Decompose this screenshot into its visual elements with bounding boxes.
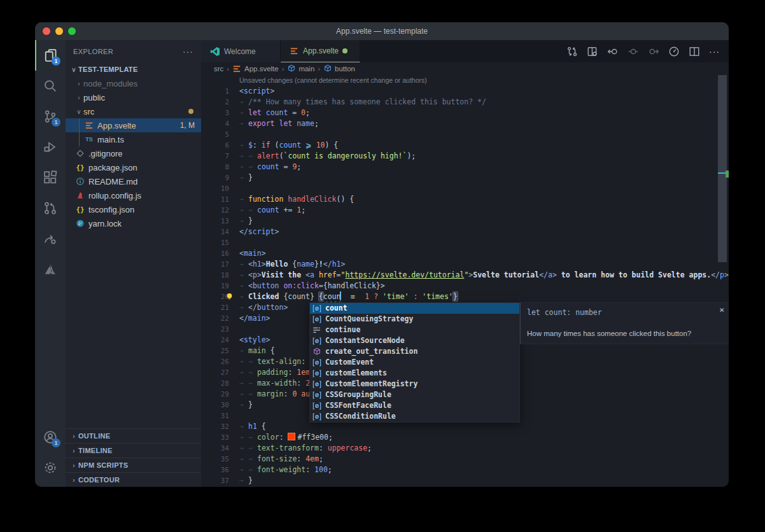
activitybar-settings[interactable] bbox=[35, 452, 66, 483]
tree-item--gitignore[interactable]: .gitignore bbox=[66, 146, 201, 160]
suggestion-create_out_transition[interactable]: create_out_transition bbox=[310, 346, 519, 357]
line-number: 32 bbox=[201, 421, 239, 432]
tree-item-readme-md[interactable]: README.md bbox=[66, 174, 201, 188]
activitybar-github-pr[interactable] bbox=[35, 193, 66, 223]
token bbox=[314, 270, 319, 279]
code-line[interactable]: 16<main> bbox=[201, 248, 729, 259]
code-line[interactable]: 1<script> bbox=[201, 86, 729, 97]
code-line[interactable]: 35→→font-size: 4em; bbox=[201, 454, 729, 465]
line-number: 6 bbox=[201, 140, 239, 151]
code-line[interactable]: 5 bbox=[201, 129, 729, 140]
code-line[interactable]: 14</script> bbox=[201, 227, 729, 237]
title-bar[interactable]: App.svelte — test-template bbox=[35, 22, 729, 40]
suggestion-customelements[interactable]: customElements bbox=[310, 368, 519, 379]
close-icon[interactable]: × bbox=[719, 304, 724, 315]
token: </ bbox=[539, 270, 548, 279]
breadcrumb-item-button[interactable]: button bbox=[323, 64, 355, 73]
tree-item-main-ts[interactable]: TSmain.ts bbox=[66, 132, 201, 146]
code-line[interactable]: 4→export let name; bbox=[201, 118, 729, 129]
tree-item-src[interactable]: ∨src bbox=[66, 104, 201, 118]
code-line[interactable]: 19→<button on:click={handleClick}> bbox=[201, 281, 729, 291]
token: coun bbox=[323, 292, 341, 301]
tree-item-node-modules[interactable]: ›node_modules bbox=[66, 76, 201, 90]
activitybar-search[interactable] bbox=[35, 71, 66, 101]
suggestion-customelementregistry[interactable]: CustomElementRegistry bbox=[310, 379, 519, 389]
compare-changes-icon[interactable] bbox=[566, 46, 578, 57]
tree-item-rollup-config-js[interactable]: rollup.config.js bbox=[66, 188, 201, 202]
activitybar-extensions[interactable] bbox=[35, 162, 66, 193]
code-line[interactable]: 18→<p>Visit the <a href="https://svelte.… bbox=[201, 270, 729, 281]
tab-welcome[interactable]: Welcome bbox=[201, 40, 281, 62]
code-line[interactable]: 13→} bbox=[201, 216, 729, 227]
workspace-header[interactable]: ∨ TEST-TEMPLATE bbox=[66, 62, 201, 76]
code-line[interactable]: 33→→color: #ff3e00; bbox=[201, 432, 729, 443]
code-line[interactable]: 15 bbox=[201, 237, 729, 248]
code-line[interactable]: 7→→alert(`count is dangerously high!`); bbox=[201, 151, 729, 162]
code-line[interactable]: 17→<h1>Hello {name}!</h1> bbox=[201, 259, 729, 270]
section-codetour[interactable]: ›CODETOUR bbox=[66, 472, 201, 487]
suggestion-constantsourcenode[interactable]: ConstantSourceNode bbox=[310, 335, 519, 346]
lightbulb-icon[interactable] bbox=[225, 292, 234, 301]
activitybar-run-debug[interactable] bbox=[35, 132, 66, 162]
section-outline[interactable]: ›OUTLINE bbox=[66, 428, 201, 443]
activitybar-explorer[interactable]: 1 bbox=[35, 40, 66, 71]
rollup-icon bbox=[74, 191, 86, 200]
more-actions-icon[interactable]: ··· bbox=[709, 46, 720, 57]
code-line[interactable]: 11→function handleClick() { bbox=[201, 194, 729, 205]
activitybar-live-share[interactable] bbox=[35, 223, 66, 254]
token: → bbox=[239, 291, 248, 302]
activitybar-accounts[interactable]: 1 bbox=[35, 422, 66, 452]
token: < bbox=[239, 249, 244, 258]
nav-back-icon[interactable] bbox=[607, 46, 619, 57]
breadcrumb-item-src[interactable]: src bbox=[214, 65, 223, 73]
suggestion-cssgroupingrule[interactable]: CSSGroupingRule bbox=[310, 389, 519, 400]
tree-item-tsconfig-json[interactable]: {}tsconfig.json bbox=[66, 202, 201, 216]
suggestion-count[interactable]: count bbox=[310, 303, 519, 314]
open-changes-icon[interactable] bbox=[587, 46, 598, 57]
suggestion-cssfontfacerule[interactable]: CSSFontFaceRule bbox=[310, 400, 519, 411]
nav-forward-icon[interactable] bbox=[648, 46, 659, 57]
code-line[interactable]: 9→} bbox=[201, 172, 729, 183]
tree-item-app-svelte[interactable]: App.svelte1, M bbox=[66, 118, 201, 132]
line-number: 9 bbox=[201, 172, 239, 183]
breadcrumb-item-app-svelte[interactable]: App.svelte bbox=[232, 64, 279, 74]
tree-item-package-json[interactable]: {}package.json bbox=[66, 160, 201, 174]
activitybar-source-control[interactable]: 1 bbox=[35, 101, 66, 132]
section-npm-scripts[interactable]: ›NPM SCRIPTS bbox=[66, 458, 201, 472]
code-line[interactable]: 2→/** How many times has someone clicked… bbox=[201, 97, 729, 108]
suggestion-countqueuingstrategy[interactable]: CountQueuingStrategy bbox=[310, 314, 519, 325]
code-line[interactable]: 10 bbox=[201, 183, 729, 194]
code-line[interactable]: 34→→text-transform: uppercase; bbox=[201, 443, 729, 454]
tree-item-public[interactable]: ›public bbox=[66, 90, 201, 104]
tree-item-yarn-lock[interactable]: yarn.lock bbox=[66, 216, 201, 230]
code-editor[interactable]: Unsaved changes (cannot determine recent… bbox=[201, 75, 729, 487]
code-line[interactable]: 12→→count += 1; bbox=[201, 205, 729, 216]
explorer-more-actions-icon[interactable]: ··· bbox=[183, 46, 193, 57]
suggestion-customevent[interactable]: CustomEvent bbox=[310, 357, 519, 368]
breadcrumb-item-main[interactable]: main bbox=[287, 64, 314, 73]
nav-circle-icon[interactable] bbox=[628, 46, 639, 57]
section-timeline[interactable]: ›TIMELINE bbox=[66, 443, 201, 458]
code-line[interactable]: 3→let count = 0; bbox=[201, 108, 729, 118]
suggestion-continue[interactable]: continue bbox=[310, 325, 519, 335]
line-number: 34 bbox=[201, 443, 239, 454]
tab-app-svelte[interactable]: App.svelte bbox=[281, 40, 360, 62]
code-line[interactable]: 20→Clicked {count} {coun ≡ 1 ? 'time' : … bbox=[201, 291, 729, 302]
code-line[interactable]: 6→$: if (count ⩾ 10) { bbox=[201, 140, 729, 151]
scrollbar-thumb[interactable] bbox=[718, 75, 727, 262]
suggestion-cssconditionrule[interactable]: CSSConditionRule bbox=[310, 411, 519, 422]
token: → bbox=[248, 151, 257, 162]
code-line[interactable]: 37→} bbox=[201, 475, 729, 486]
code-line[interactable]: 32→h1 { bbox=[201, 421, 729, 432]
activitybar-azure[interactable] bbox=[35, 254, 66, 284]
token: : bbox=[253, 141, 262, 150]
timeline-run-icon[interactable] bbox=[668, 46, 680, 57]
chevron-right-icon: › bbox=[74, 80, 83, 87]
token: count bbox=[257, 162, 279, 171]
split-editor-icon[interactable] bbox=[689, 46, 700, 57]
code-line[interactable]: 8→→count = 9; bbox=[201, 162, 729, 172]
token: h1 bbox=[332, 260, 341, 269]
scrollbar[interactable] bbox=[718, 75, 727, 487]
token: → bbox=[239, 108, 248, 118]
code-line[interactable]: 36→→font-weight: 100; bbox=[201, 465, 729, 475]
